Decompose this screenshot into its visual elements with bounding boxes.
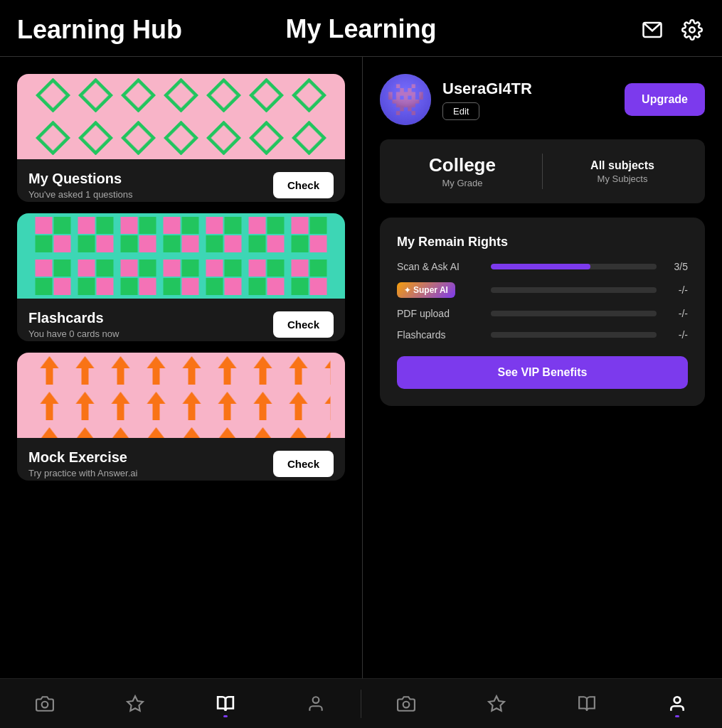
svg-point-1 (689, 27, 695, 33)
grade-left: College My Grade (397, 154, 528, 188)
svg-point-18 (42, 701, 48, 707)
super-ai-star-icon: ✦ (404, 286, 410, 295)
avatar-inner: 👾 (380, 74, 431, 125)
left-panel: My Questions You've asked 1 questions Ch… (0, 57, 363, 678)
svg-marker-22 (489, 696, 504, 711)
rights-bar-pdf (491, 311, 657, 316)
nav-item-quiz-left[interactable] (117, 689, 153, 719)
rights-section: My Remain Rights Scan & Ask AI 3/5 ✦ Sup… (380, 218, 705, 406)
avatar: 👾 (380, 74, 431, 125)
card-pattern-diamonds (17, 74, 345, 159)
rights-value-super-ai: -/- (665, 284, 688, 296)
right-panel: 👾 UseraGI4TR Edit Upgrade College My Gra… (363, 57, 722, 678)
nav-item-scan-right[interactable] (388, 689, 424, 719)
rights-value-flashcards: -/- (665, 329, 688, 341)
rights-bar-flashcards (491, 332, 657, 338)
flashcards-check-button[interactable]: Check (273, 311, 334, 338)
app-title: Learning Hub (17, 15, 182, 45)
edit-profile-button[interactable]: Edit (442, 102, 479, 120)
book-icon-right (578, 695, 596, 713)
subjects-title: All subjects (557, 159, 688, 172)
username: UseraGI4TR (442, 80, 613, 98)
star-icon-left (126, 695, 144, 713)
hub-active-dot-left (223, 715, 228, 717)
settings-icon-button[interactable] (679, 17, 705, 43)
camera-icon-right (397, 695, 415, 713)
header-left: Learning Hub (17, 15, 182, 45)
page-title: My Learning (285, 14, 436, 44)
rights-value-pdf: -/- (665, 308, 688, 319)
profile-section: 👾 UseraGI4TR Edit Upgrade (380, 74, 705, 125)
grade-title: College (397, 154, 528, 176)
rights-bar-super-ai (491, 287, 657, 293)
rights-label-pdf: PDF upload (397, 308, 482, 319)
flashcards-footer: Flashcards You have 0 cards now Check (17, 299, 345, 341)
svg-point-20 (312, 697, 319, 703)
svg-rect-13 (32, 213, 331, 299)
svg-marker-19 (127, 696, 143, 711)
vip-benefits-button[interactable]: See VIP Benefits (397, 356, 688, 389)
grade-right: All subjects My Subjects (557, 159, 688, 184)
header: Learning Hub My Learning (0, 0, 722, 57)
rights-title: My Remain Rights (397, 235, 688, 250)
avatar-emoji: 👾 (386, 81, 425, 118)
nav-item-hub-left[interactable] (208, 689, 243, 719)
rights-row-super-ai: ✦ Super AI -/- (397, 282, 688, 298)
rights-bar-fill-scan (491, 264, 590, 269)
mock-exercise-footer: Mock Exercise Try practice with Answer.a… (17, 438, 345, 481)
rights-row-flashcards: Flashcards -/- (397, 329, 688, 341)
upgrade-button[interactable]: Upgrade (625, 83, 705, 116)
star-icon-right (487, 695, 506, 713)
my-questions-info: My Questions You've asked 1 questions (28, 171, 133, 200)
nav-item-profile-right[interactable] (659, 689, 695, 719)
nav-item-quiz-right[interactable] (479, 689, 514, 719)
rights-label-scan: Scan & Ask AI (397, 261, 482, 272)
flashcards-subtitle: You have 0 cards now (28, 328, 119, 339)
profile-active-dot-right (675, 715, 679, 717)
book-icon-left (216, 695, 235, 713)
nav-item-scan-left[interactable] (27, 689, 63, 719)
nav-item-hub-right[interactable] (569, 689, 605, 719)
my-questions-footer: My Questions You've asked 1 questions Ch… (17, 159, 345, 202)
nav-item-profile-left[interactable] (298, 689, 334, 719)
grade-label: My Grade (397, 178, 528, 188)
grade-section: College My Grade All subjects My Subject… (380, 139, 705, 203)
my-questions-card[interactable]: My Questions You've asked 1 questions Ch… (17, 74, 345, 202)
mock-exercise-card[interactable]: Mock Exercise Try practice with Answer.a… (17, 353, 345, 481)
rights-bar-scan (491, 264, 657, 269)
nav-left-half (0, 689, 361, 719)
super-ai-label: Super AI (413, 285, 448, 295)
mock-exercise-subtitle: Try practice with Answer.ai (28, 468, 137, 478)
super-ai-badge-wrapper: ✦ Super AI (397, 282, 482, 298)
person-icon-right (668, 695, 686, 713)
svg-rect-6 (32, 74, 331, 159)
svg-point-21 (403, 701, 410, 707)
person-icon-left (307, 695, 325, 713)
flashcards-card[interactable]: Flashcards You have 0 cards now Check (17, 213, 345, 341)
rights-row-pdf: PDF upload -/- (397, 308, 688, 319)
subjects-label: My Subjects (557, 173, 688, 184)
main-content: My Questions You've asked 1 questions Ch… (0, 57, 722, 678)
rights-label-flashcards: Flashcards (397, 329, 482, 341)
header-actions (639, 17, 705, 43)
mock-exercise-info: Mock Exercise Try practice with Answer.a… (28, 449, 137, 478)
mock-exercise-title: Mock Exercise (28, 449, 137, 466)
flashcards-title: Flashcards (28, 310, 119, 326)
mail-icon-button[interactable] (639, 17, 665, 43)
svg-point-23 (674, 697, 680, 703)
flashcards-info: Flashcards You have 0 cards now (28, 310, 119, 339)
grade-divider (542, 154, 543, 189)
rights-row-scan: Scan & Ask AI 3/5 (397, 261, 688, 272)
mock-exercise-check-button[interactable]: Check (273, 451, 334, 477)
svg-rect-17 (32, 353, 331, 438)
camera-icon-left (36, 695, 54, 713)
bottom-nav (0, 678, 722, 728)
my-questions-check-button[interactable]: Check (273, 172, 334, 198)
card-pattern-flashcards (17, 213, 345, 299)
rights-value-scan: 3/5 (665, 261, 688, 272)
super-ai-badge: ✦ Super AI (397, 282, 455, 298)
card-pattern-exercise (17, 353, 345, 438)
nav-right-half (361, 689, 722, 719)
my-questions-title: My Questions (28, 171, 133, 187)
profile-info: UseraGI4TR Edit (442, 80, 613, 120)
